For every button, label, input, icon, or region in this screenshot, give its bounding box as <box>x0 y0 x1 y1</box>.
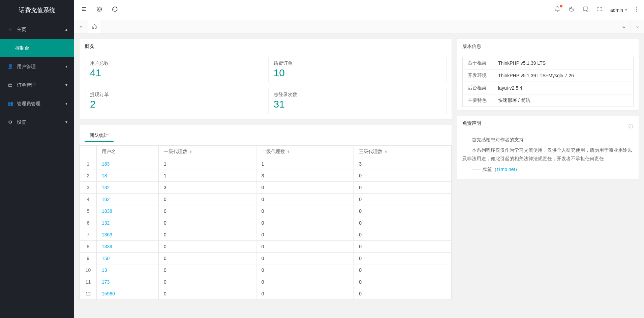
user-link[interactable]: 1339 <box>102 244 112 249</box>
tab-bar: « » <box>74 20 644 34</box>
notification-dot <box>560 5 562 7</box>
table-row: 3132300 <box>80 182 452 194</box>
team-tab[interactable]: 团队统计 <box>85 128 114 142</box>
info-icon[interactable] <box>628 120 634 134</box>
disclaimer-line: 本系列程序仅仅作为学习交流使用，仅供个人研究使用，请勿用于商业用途以及非法用途，… <box>462 146 634 163</box>
table-header[interactable]: 三级代理数▲▼ <box>354 146 452 158</box>
stat-block: 话费订单10 <box>268 57 447 83</box>
sidebar-item[interactable]: 👤用户管理▾ <box>0 57 74 76</box>
svg-point-7 <box>586 10 588 11</box>
svg-point-6 <box>572 9 573 9</box>
table-row: 218130 <box>80 170 452 182</box>
sidebar-item[interactable]: ⚙设置▾ <box>0 113 74 132</box>
info-row: 主要特色快速部署 / 简洁 <box>463 94 634 107</box>
stat-value: 10 <box>274 67 441 79</box>
user-name: admin <box>610 7 623 13</box>
sidebar-item[interactable]: ⌂主页▴ <box>0 20 74 39</box>
tab-scroll-right[interactable]: » <box>617 20 631 33</box>
table-row: 1215960000 <box>80 288 452 300</box>
toggle-sidebar-icon[interactable] <box>81 6 87 14</box>
disclaimer-line: 首先感谢您对作者的支持 <box>462 136 634 144</box>
user-link[interactable]: 132 <box>102 185 110 190</box>
sidebar-item-label: 用户管理 <box>17 57 65 76</box>
user-link[interactable]: 15960 <box>102 291 115 296</box>
nav-icon: ⚙ <box>7 113 13 132</box>
table-row: 1013000 <box>80 264 452 276</box>
team-table: 用户名一级代理数▲▼二级代理数▲▼三级代理数▲▼ 118311321813031… <box>80 145 452 300</box>
user-link[interactable]: 1838 <box>102 208 112 214</box>
chevron-down-icon: ▾ <box>65 94 67 113</box>
header: admin ▼ <box>74 0 644 20</box>
user-menu[interactable]: admin ▼ <box>610 7 628 13</box>
chevron-down-icon: ▾ <box>65 113 67 132</box>
sidebar-item[interactable]: 👥管理员管理▾ <box>0 94 74 113</box>
user-link[interactable]: 18 <box>102 173 107 178</box>
stat-label: 用户总数 <box>90 60 258 66</box>
fullscreen-icon[interactable] <box>597 6 602 13</box>
version-table: 基于框架ThinkPHP v5.1.39 LTS开发环境ThinkPHP v5.… <box>462 57 634 107</box>
sort-icon: ▲▼ <box>385 150 387 153</box>
user-link[interactable]: 1363 <box>102 232 112 237</box>
user-link[interactable]: 132 <box>102 220 110 226</box>
version-title: 版本信息 <box>457 39 639 53</box>
table-header[interactable]: 一级代理数▲▼ <box>159 146 256 158</box>
tab-home[interactable] <box>88 20 101 33</box>
stat-value: 31 <box>274 98 441 110</box>
stat-block: 用户总数41 <box>85 57 263 83</box>
nav-icon: ⌂ <box>7 20 13 39</box>
info-row: 开发环境ThinkPHP v5.1.39 LTS+Mysql5.7.26 <box>463 69 634 82</box>
tab-more[interactable] <box>631 20 644 33</box>
stat-label: 提现订单 <box>90 92 258 98</box>
nav-icon: 👥 <box>7 94 13 113</box>
user-link[interactable]: 183 <box>102 161 110 167</box>
stat-value: 41 <box>90 67 258 79</box>
stat-value: 2 <box>90 98 258 110</box>
note-icon[interactable] <box>583 6 589 14</box>
sidebar-item-label: 设置 <box>17 113 65 132</box>
sidebar-item[interactable]: ▤订单管理▾ <box>0 76 74 94</box>
overview-title: 概况 <box>80 39 452 53</box>
notification-icon[interactable] <box>554 6 560 14</box>
stat-block: 总登录次数31 <box>268 88 447 114</box>
sidebar-item-label: 主页 <box>17 20 65 39</box>
table-row: 51838000 <box>80 205 452 217</box>
chevron-up-icon: ▴ <box>65 20 67 39</box>
table-header[interactable]: 用户名 <box>97 146 159 158</box>
overview-card: 概况 用户总数41话费订单10提现订单2总登录次数31 <box>79 39 452 120</box>
home-icon <box>92 24 97 30</box>
chevron-down-icon: ▼ <box>624 8 628 12</box>
author-link[interactable]: t1mo.net <box>497 167 515 172</box>
sidebar: 话费充值系统 ⌂主页▴控制台👤用户管理▾▤订单管理▾👥管理员管理▾⚙设置▾ <box>0 0 74 318</box>
refresh-icon[interactable] <box>112 6 118 14</box>
svg-point-9 <box>636 9 637 10</box>
more-icon[interactable] <box>636 6 637 13</box>
disclaimer-signature: —— 默笙（t1mo.net） <box>462 165 634 174</box>
chevron-down-icon: ▾ <box>65 76 67 94</box>
tab-scroll-left[interactable]: « <box>74 20 88 33</box>
svg-point-8 <box>636 7 637 8</box>
team-stats-card: 团队统计 用户名一级代理数▲▼二级代理数▲▼三级代理数▲▼ 1183113218… <box>79 125 452 300</box>
table-row: 1183113 <box>80 158 452 170</box>
user-link[interactable]: 182 <box>102 197 110 202</box>
info-row: 基于框架ThinkPHP v5.1.39 LTS <box>463 57 634 69</box>
svg-point-10 <box>636 11 637 12</box>
table-row: 11173000 <box>80 276 452 288</box>
disclaimer-title: 免责声明 <box>457 116 639 130</box>
user-link[interactable]: 173 <box>102 279 110 285</box>
stat-block: 提现订单2 <box>85 88 263 114</box>
user-link[interactable]: 13 <box>102 267 107 273</box>
table-header[interactable]: 二级代理数▲▼ <box>256 146 354 158</box>
theme-icon[interactable] <box>569 6 575 14</box>
stat-label: 总登录次数 <box>274 92 441 98</box>
globe-icon[interactable] <box>96 6 102 14</box>
sort-icon: ▲▼ <box>287 150 290 153</box>
table-row: 9150000 <box>80 253 452 264</box>
version-card: 版本信息 基于框架ThinkPHP v5.1.39 LTS开发环境ThinkPH… <box>457 39 639 111</box>
sidebar-item-label: 订单管理 <box>17 76 65 94</box>
table-row: 81339000 <box>80 241 452 253</box>
nav-icon: ▤ <box>7 76 13 94</box>
user-link[interactable]: 150 <box>102 256 110 261</box>
info-row: 后台框架layui-v2.5.4 <box>463 82 634 94</box>
sidebar-subitem[interactable]: 控制台 <box>0 39 74 57</box>
table-row: 6132000 <box>80 217 452 229</box>
